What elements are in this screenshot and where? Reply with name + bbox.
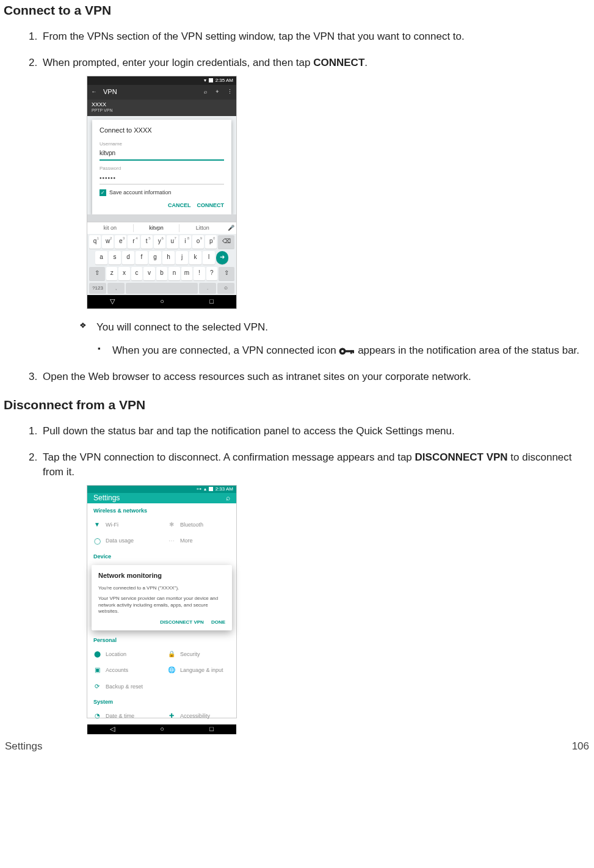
language-item[interactable]: 🌐Language & input: [162, 662, 236, 679]
data-usage-item[interactable]: ◯Data usage: [87, 533, 162, 550]
battery-icon: [209, 78, 213, 82]
nav-recent-icon[interactable]: □: [209, 297, 214, 307]
bluetooth-item[interactable]: ✱Bluetooth: [162, 517, 236, 533]
suggestion-2[interactable]: kitvpn: [134, 224, 180, 232]
location-item[interactable]: ⬤Location: [87, 646, 162, 663]
app-bar: ← VPN ⌕ + ⋮: [87, 85, 236, 100]
shift-key-right: ⇧: [219, 267, 234, 280]
step2-post: .: [364, 57, 368, 68]
accounts-icon: ▣: [93, 666, 101, 675]
symbols-key: ?123: [89, 283, 106, 294]
lock-icon: 🔒: [168, 650, 175, 659]
step2-bold: CONNECT: [313, 57, 364, 68]
language-icon: 🌐: [168, 666, 175, 675]
status-time: 2:35 AM: [216, 77, 233, 84]
done-button[interactable]: DONE: [211, 619, 225, 626]
password-input[interactable]: ••••••: [100, 173, 224, 185]
nav-home-icon[interactable]: ○: [160, 724, 164, 734]
nav-recent-icon[interactable]: □: [209, 724, 214, 734]
suggestion-3[interactable]: Litton: [179, 224, 225, 232]
search-icon[interactable]: ⌕: [202, 88, 208, 96]
mic-icon[interactable]: 🎤: [225, 224, 236, 232]
backup-item[interactable]: ⟳Backup & reset: [87, 679, 162, 695]
result-bullet: You will connect to the selected VPN.: [79, 320, 590, 335]
footer-section: Settings: [5, 739, 42, 754]
footer-page-number: 106: [572, 739, 589, 754]
location-icon: ⬤: [93, 650, 101, 659]
accessibility-item[interactable]: ✚Accessibility: [162, 708, 236, 724]
dialog2-p1: You're connected to a VPN ("XXXX").: [98, 585, 225, 592]
security-item[interactable]: 🔒Security: [162, 646, 236, 663]
heading-connect-vpn: Connect to a VPN: [4, 1, 590, 20]
connect-step-2: When prompted, enter your login credenti…: [40, 56, 590, 359]
section-wireless: Wireless & networks: [87, 503, 236, 517]
username-label: Username: [100, 140, 224, 148]
step2-pre: When prompted, enter your login credenti…: [43, 57, 313, 68]
dialog2-title: Network monitoring: [98, 571, 225, 581]
section-personal: Personal: [87, 633, 236, 646]
connect-step-3: Open the Web browser to access resources…: [40, 370, 590, 385]
save-info-row[interactable]: ✓ Save account information: [100, 189, 224, 197]
accounts-item[interactable]: ▣Accounts: [87, 662, 162, 679]
emoji-key: ☺: [217, 283, 234, 294]
note-post: appears in the notification area of the …: [358, 345, 579, 356]
clock-icon: ◔: [93, 712, 101, 721]
status-bar: ▾ 2:35 AM: [87, 76, 236, 85]
signal-icon: ▾: [204, 77, 206, 84]
add-icon[interactable]: +: [214, 88, 220, 96]
soft-keyboard[interactable]: q1w2e3r4t5y6u7i8o9p0⌫ asdfghjkl➜ ⇧zxcvbn…: [87, 234, 236, 295]
dialog2-p2: Your VPN service provider can monitor yo…: [98, 596, 225, 615]
cancel-button[interactable]: CANCEL: [168, 202, 191, 210]
suggestion-1[interactable]: kit on: [87, 224, 134, 232]
status-bar-2: ⊶ ▴ 2:33 AM: [87, 486, 236, 493]
dstep2-pre: Tap the VPN connection to disconnect. A …: [43, 451, 415, 463]
vpn-list-item[interactable]: XXXX PPTP VPN: [87, 100, 236, 116]
figure-disconnect-dialog: ⊶ ▴ 2:33 AM Settings ⌕ Wireless & networ…: [87, 485, 237, 718]
settings-title: Settings: [93, 493, 120, 503]
signal-icon: ▴: [204, 486, 206, 493]
status-time-2: 2:33 AM: [216, 486, 233, 493]
username-input[interactable]: kitvpn: [100, 148, 224, 161]
checkbox-checked-icon[interactable]: ✓: [100, 189, 106, 196]
backup-icon: ⟳: [93, 682, 101, 691]
overflow-icon[interactable]: ⋮: [226, 88, 233, 96]
settings-app-bar: Settings ⌕: [87, 493, 236, 503]
dstep2-bold: DISCONNECT VPN: [415, 451, 508, 463]
disconnect-steps: Pull down the status bar and tap the not…: [4, 424, 590, 718]
nav-home-icon[interactable]: ○: [160, 297, 164, 307]
svg-point-1: [341, 350, 344, 352]
vpn-type: PPTP VPN: [92, 108, 232, 113]
datetime-item[interactable]: ◔Date & time: [87, 708, 162, 724]
page-footer: Settings 106: [4, 739, 590, 760]
data-usage-icon: ◯: [93, 537, 101, 546]
more-icon: ⋯: [168, 537, 175, 546]
password-label: Password: [100, 165, 224, 172]
nav-back-icon[interactable]: ▽: [110, 297, 115, 307]
shift-key: ⇧: [89, 267, 105, 280]
battery-icon: [209, 487, 213, 491]
network-monitoring-dialog: Network monitoring You're connected to a…: [92, 565, 232, 630]
search-icon[interactable]: ⌕: [226, 493, 230, 503]
wifi-icon: ▼: [93, 520, 101, 530]
back-icon[interactable]: ←: [91, 88, 97, 96]
note-pre: When you are connected, a VPN connected …: [112, 345, 339, 356]
disconnect-vpn-button[interactable]: DISCONNECT VPN: [160, 619, 204, 626]
more-item[interactable]: ⋯More: [162, 533, 236, 550]
section-device: Device: [87, 549, 236, 563]
vpn-name: XXXX: [92, 101, 232, 108]
vpn-key-icon: [339, 347, 355, 356]
android-nav-bar: ▽ ○ □: [87, 295, 236, 308]
section-system: System: [87, 695, 236, 708]
heading-disconnect-vpn: Disconnect from a VPN: [4, 396, 590, 414]
wifi-item[interactable]: ▼Wi-Fi: [87, 517, 162, 533]
vpn-status-icon: ⊶: [197, 486, 201, 493]
figure-connect-dialog: ▾ 2:35 AM ← VPN ⌕ + ⋮ XXXX PPTP VPN Conn…: [87, 76, 237, 309]
connect-button[interactable]: CONNECT: [197, 202, 225, 210]
spacebar-key: [126, 283, 198, 294]
svg-rect-2: [346, 350, 353, 352]
android-nav-bar-2: ◁ ○ □: [87, 724, 236, 734]
nav-back-icon[interactable]: ◁: [110, 724, 115, 734]
dialog-title: Connect to XXXX: [100, 126, 224, 136]
disconnect-step-1: Pull down the status bar and tap the not…: [40, 424, 590, 439]
bluetooth-icon: ✱: [168, 520, 175, 530]
